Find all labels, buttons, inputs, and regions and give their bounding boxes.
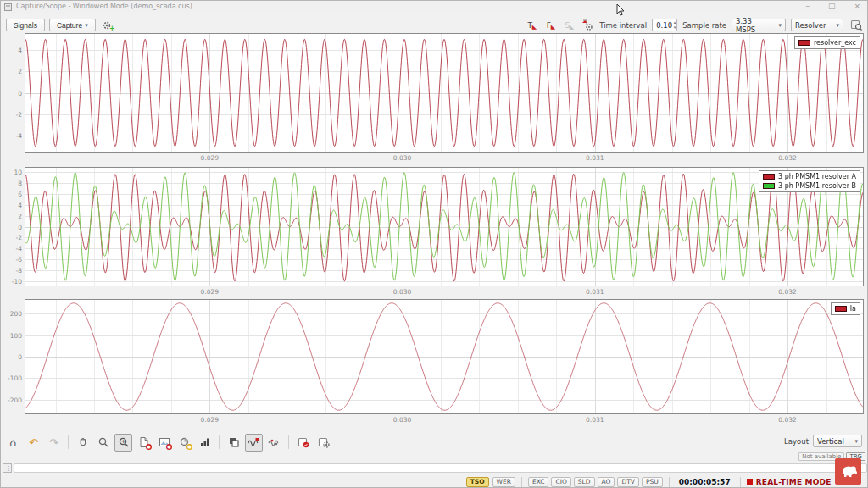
sample-rate-select[interactable]: 3.33 MSPS ▾	[732, 19, 786, 31]
wer-button[interactable]: WER	[492, 477, 515, 487]
legend-label: Ia	[850, 305, 856, 313]
y-axis-tick-label: -8	[3, 267, 22, 274]
module-buttons: EXCCIOSLDAODTVPSU	[528, 477, 663, 487]
realtime-mode-label: REAL-TIME MODE	[756, 478, 832, 486]
waveform-view-icon[interactable]	[245, 434, 263, 452]
pan-icon[interactable]	[74, 434, 92, 452]
scope3-plot[interactable]	[25, 300, 863, 413]
module-button-cio[interactable]: CIO	[551, 477, 570, 487]
y-axis-tick-label: 0	[3, 224, 22, 231]
histogram-icon[interactable]	[196, 434, 214, 452]
export-refresh-icon[interactable]: ●	[175, 434, 193, 452]
y-axis-tick-label: -10	[3, 278, 22, 286]
export-image-icon[interactable]: ●	[155, 434, 173, 452]
scope2-plot[interactable]	[25, 168, 863, 286]
y-axis-tick-label: 10	[3, 169, 22, 176]
zoom-icon[interactable]	[94, 434, 112, 452]
record-square-icon	[747, 479, 753, 485]
trigger-time-icon[interactable]: T◣	[523, 19, 537, 31]
x-axis-tick-label: 0.030	[393, 154, 411, 162]
copy-layers-icon[interactable]	[225, 434, 242, 452]
x-axis-tick-label: 0.029	[201, 288, 219, 296]
y-axis-tick-label: 100	[3, 332, 22, 340]
layout-select[interactable]: Vertical ▾	[813, 435, 862, 447]
tso-button[interactable]: TSO	[466, 477, 489, 487]
cursor-wave-icon[interactable]	[265, 434, 283, 452]
chevron-down-icon: ▾	[778, 22, 782, 29]
scrollbar-handle[interactable]	[3, 463, 12, 473]
resolver-mode-value: Resolver	[795, 21, 826, 30]
module-button-sld[interactable]: SLD	[574, 477, 595, 487]
module-button-exc[interactable]: EXC	[528, 477, 549, 487]
undo-icon[interactable]: ↶	[25, 434, 42, 452]
layout-label: Layout	[784, 437, 809, 446]
module-button-psu[interactable]: PSU	[642, 477, 663, 487]
y-axis-tick-label: -200	[3, 396, 22, 404]
legend-swatch-icon	[763, 183, 775, 189]
time-interval-input[interactable]: 0.10 ▴▾	[652, 19, 677, 31]
legend-entry: 3 ph PMSM1.resolver A	[763, 173, 856, 180]
y-axis-tick-label: -4	[3, 245, 22, 252]
chevron-down-icon: ▾	[85, 22, 88, 29]
redo-icon[interactable]: ↷	[45, 434, 63, 452]
legend-entry: resolver_exc	[798, 39, 856, 47]
module-button-dtv[interactable]: DTV	[617, 477, 639, 487]
scope1-legend: resolver_exc	[794, 36, 860, 49]
app-window: Capture/Scope - Windowed Mode (demo_scad…	[0, 0, 868, 488]
scrollbar-track[interactable]	[14, 463, 867, 473]
trigger-stop-icon: S◣	[560, 19, 574, 31]
x-axis-tick-label: 0.031	[586, 416, 604, 424]
add-capture-gear-icon[interactable]: +	[100, 16, 115, 34]
status-bar: TSO WER EXCCIOSLDAODTVPSU 00:00:05:57 RE…	[1, 474, 867, 488]
module-button-ao[interactable]: AO	[598, 477, 615, 487]
capture-check-icon[interactable]	[294, 434, 312, 452]
export-signal-icon[interactable]: ●	[135, 434, 153, 452]
maximize-button[interactable]: □	[828, 2, 836, 10]
trigger-force-icon[interactable]: F◣	[542, 19, 555, 31]
y-axis-tick-label: -4	[3, 132, 22, 140]
scope-panel-resolver-ab[interactable]: 3 ph PMSM1.resolver A3 ph PMSM1.resolver…	[25, 167, 864, 286]
y-axis-tick-label: -2	[3, 234, 22, 241]
x-axis-tick-label: 0.032	[778, 154, 796, 162]
trigger-settings-icon[interactable]	[579, 19, 594, 31]
x-axis-tick-label: 0.032	[778, 416, 796, 424]
y-axis-tick-label: 4	[3, 202, 22, 209]
scope1-plot[interactable]	[25, 34, 863, 152]
legend-label: 3 ph PMSM1.resolver B	[778, 182, 856, 190]
x-axis-tick-label: 0.029	[201, 416, 219, 424]
scope-toolbar: ⌂ ↶ ↷ + ●	[4, 431, 332, 453]
close-button[interactable]: ×	[854, 2, 860, 10]
y-axis-tick-label: 6	[3, 191, 22, 198]
time-interval-value: 0.10	[656, 21, 672, 30]
y-axis-tick-label: 2	[3, 213, 22, 220]
x-axis-tick-label: 0.030	[393, 416, 411, 424]
horizontal-scrollbar[interactable]	[3, 463, 867, 473]
capture-dropdown[interactable]: Capture ▾	[49, 19, 96, 31]
minimize-button[interactable]: –	[805, 2, 810, 10]
capture-settings-icon[interactable]	[314, 434, 332, 452]
signals-button[interactable]: Signals	[6, 19, 45, 31]
layout-value: Vertical	[817, 437, 844, 446]
time-interval-label: Time interval	[599, 21, 647, 30]
scope3-legend: Ia	[831, 302, 860, 315]
y-axis-tick-label: 4	[3, 47, 22, 54]
x-axis-tick-label: 0.032	[778, 288, 796, 296]
top-toolbar: Signals Capture ▾ + T◣ F◣ S◣	[1, 14, 867, 32]
home-icon[interactable]: ⌂	[4, 434, 22, 452]
y-axis-tick-label: 0	[3, 353, 22, 361]
resolver-mode-select[interactable]: Resolver ▾	[791, 19, 843, 31]
zoom-settings-icon[interactable]	[849, 16, 864, 34]
scope-panel-ia[interactable]: Ia 2001000-100-2000.0290.0300.0310.032	[25, 299, 864, 414]
y-axis-tick-label: 0	[3, 90, 22, 97]
y-axis-tick-label: 2	[3, 68, 22, 75]
mouse-cursor	[616, 3, 626, 20]
layout-group: Layout Vertical ▾	[784, 435, 862, 447]
x-axis-tick-label: 0.029	[201, 154, 219, 162]
elapsed-time: 00:00:05:57	[679, 478, 731, 486]
y-axis-tick-label: 8	[3, 180, 22, 187]
time-interval-spinner[interactable]: ▴▾	[674, 19, 676, 30]
legend-label: 3 ph PMSM1.resolver A	[778, 173, 856, 180]
zoom-region-icon[interactable]: +	[114, 434, 132, 452]
legend-entry: 3 ph PMSM1.resolver B	[763, 182, 856, 190]
scope-panel-resolver-exc[interactable]: resolver_exc 420-2-40.0290.0300.0310.032	[25, 33, 864, 152]
